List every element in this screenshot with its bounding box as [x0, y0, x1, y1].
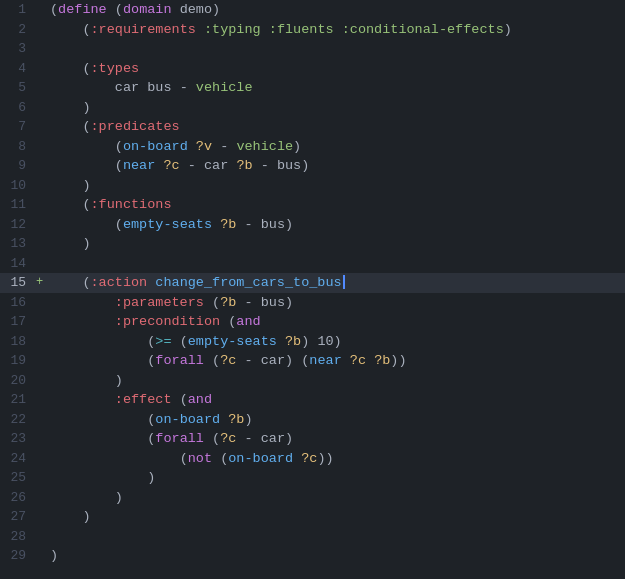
line-content-26: ) — [46, 488, 617, 508]
line-number-26: 26 — [0, 488, 36, 508]
code-line-12: 12 (empty-seats ?b - bus) — [0, 215, 625, 235]
line-content-27: ) — [46, 507, 617, 527]
line-content-10: ) — [46, 176, 617, 196]
line-number-18: 18 — [0, 332, 36, 352]
line-content-9: (near ?c - car ?b - bus) — [46, 156, 617, 176]
code-line-9: 9 (near ?c - car ?b - bus) — [0, 156, 625, 176]
code-line-17: 17 :precondition (and — [0, 312, 625, 332]
code-line-1: 1 (define (domain demo) — [0, 0, 625, 20]
line-number-1: 1 — [0, 0, 36, 20]
line-number-13: 13 — [0, 234, 36, 254]
line-number-28: 28 — [0, 527, 36, 547]
code-line-28: 28 — [0, 527, 625, 547]
line-number-17: 17 — [0, 312, 36, 332]
code-line-20: 20 ) — [0, 371, 625, 391]
line-number-5: 5 — [0, 78, 36, 98]
code-line-8: 8 (on-board ?v - vehicle) — [0, 137, 625, 157]
line-number-29: 29 — [0, 546, 36, 566]
line-number-19: 19 — [0, 351, 36, 371]
line-number-11: 11 — [0, 195, 36, 215]
line-content-25: ) — [46, 468, 617, 488]
line-content-18: (>= (empty-seats ?b) 10) — [46, 332, 617, 352]
line-number-23: 23 — [0, 429, 36, 449]
code-line-10: 10 ) — [0, 176, 625, 196]
line-content-24: (not (on-board ?c)) — [46, 449, 617, 469]
code-line-7: 7 (:predicates — [0, 117, 625, 137]
line-number-10: 10 — [0, 176, 36, 196]
line-number-20: 20 — [0, 371, 36, 391]
line-content-19: (forall (?c - car) (near ?c ?b)) — [46, 351, 617, 371]
line-number-25: 25 — [0, 468, 36, 488]
code-line-13: 13 ) — [0, 234, 625, 254]
code-line-25: 25 ) — [0, 468, 625, 488]
line-number-14: 14 — [0, 254, 36, 274]
code-line-16: 16 :parameters (?b - bus) — [0, 293, 625, 313]
line-number-12: 12 — [0, 215, 36, 235]
code-line-21: 21 :effect (and — [0, 390, 625, 410]
code-line-18: 18 (>= (empty-seats ?b) 10) — [0, 332, 625, 352]
line-content-17: :precondition (and — [46, 312, 617, 332]
code-line-23: 23 (forall (?c - car) — [0, 429, 625, 449]
line-content-13: ) — [46, 234, 617, 254]
line-number-3: 3 — [0, 39, 36, 59]
code-line-14: 14 — [0, 254, 625, 274]
code-line-5: 5 car bus - vehicle — [0, 78, 625, 98]
code-line-24: 24 (not (on-board ?c)) — [0, 449, 625, 469]
code-line-11: 11 (:functions — [0, 195, 625, 215]
line-number-22: 22 — [0, 410, 36, 430]
code-line-4: 4 (:types — [0, 59, 625, 79]
line-number-7: 7 — [0, 117, 36, 137]
line-content-20: ) — [46, 371, 617, 391]
code-line-29: 29 ) — [0, 546, 625, 566]
plus-marker-15: + — [36, 273, 46, 293]
line-content-6: ) — [46, 98, 617, 118]
code-editor: 1 (define (domain demo) 2 (:requirements… — [0, 0, 625, 579]
line-content-2: (:requirements :typing :fluents :conditi… — [46, 20, 617, 40]
line-content-16: :parameters (?b - bus) — [46, 293, 617, 313]
line-content-23: (forall (?c - car) — [46, 429, 617, 449]
line-number-2: 2 — [0, 20, 36, 40]
line-content-15: (:action change_from_cars_to_bus — [46, 273, 617, 293]
line-number-15: 15 — [0, 273, 36, 293]
line-number-8: 8 — [0, 137, 36, 157]
line-content-7: (:predicates — [46, 117, 617, 137]
code-line-3: 3 — [0, 39, 625, 59]
line-number-21: 21 — [0, 390, 36, 410]
code-line-2: 2 (:requirements :typing :fluents :condi… — [0, 20, 625, 40]
line-content-11: (:functions — [46, 195, 617, 215]
code-line-6: 6 ) — [0, 98, 625, 118]
code-line-22: 22 (on-board ?b) — [0, 410, 625, 430]
code-line-27: 27 ) — [0, 507, 625, 527]
code-line-15: 15 + (:action change_from_cars_to_bus — [0, 273, 625, 293]
line-number-16: 16 — [0, 293, 36, 313]
line-content-29: ) — [46, 546, 617, 566]
line-content-4: (:types — [46, 59, 617, 79]
line-number-24: 24 — [0, 449, 36, 469]
line-content-1: (define (domain demo) — [46, 0, 617, 20]
line-content-12: (empty-seats ?b - bus) — [46, 215, 617, 235]
line-number-9: 9 — [0, 156, 36, 176]
line-content-21: :effect (and — [46, 390, 617, 410]
line-number-27: 27 — [0, 507, 36, 527]
line-content-8: (on-board ?v - vehicle) — [46, 137, 617, 157]
code-line-19: 19 (forall (?c - car) (near ?c ?b)) — [0, 351, 625, 371]
line-number-4: 4 — [0, 59, 36, 79]
line-content-22: (on-board ?b) — [46, 410, 617, 430]
code-line-26: 26 ) — [0, 488, 625, 508]
line-number-6: 6 — [0, 98, 36, 118]
line-content-5: car bus - vehicle — [46, 78, 617, 98]
